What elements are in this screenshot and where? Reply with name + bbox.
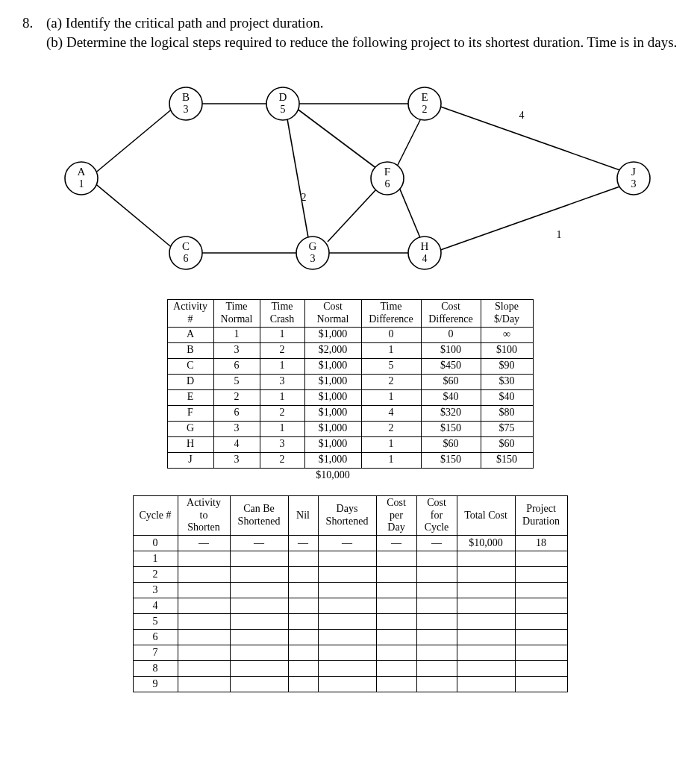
- cell: $320: [421, 405, 481, 421]
- question-text: (a) Identify the critical path and proje…: [46, 13, 678, 51]
- cell: 1: [361, 389, 421, 405]
- question-part-a: (a) Identify the critical path and proje…: [46, 13, 678, 33]
- cell: ∞: [481, 327, 533, 342]
- cell: 3: [213, 452, 260, 468]
- cell: 1: [361, 452, 421, 468]
- cell: [416, 598, 457, 614]
- table-header-row: Activity # Time Normal Time Crash Cost N…: [167, 300, 533, 328]
- table-row: 1: [133, 551, 567, 567]
- cell: [515, 677, 567, 692]
- cell: $150: [421, 452, 481, 468]
- cell: 4: [213, 436, 260, 452]
- cell: F: [167, 405, 213, 421]
- cell: A: [167, 327, 213, 342]
- cell: 2: [133, 567, 178, 583]
- cell: [318, 677, 376, 692]
- cell: [416, 614, 457, 630]
- node-d: D 5: [266, 87, 299, 120]
- cell: —: [288, 536, 318, 551]
- svg-text:2: 2: [422, 104, 428, 115]
- svg-text:1: 1: [79, 178, 84, 190]
- cell: [288, 614, 318, 630]
- cell: —: [376, 536, 416, 551]
- cell: [288, 645, 318, 661]
- cell: [230, 551, 288, 567]
- cell: [515, 661, 567, 677]
- cell: [178, 630, 230, 645]
- cell: $1,000: [304, 436, 361, 452]
- svg-line-4: [290, 104, 380, 171]
- cell: $60: [421, 374, 481, 389]
- edge-label-e-j: 4: [519, 110, 525, 121]
- col-project-duration: Project Duration: [515, 495, 567, 535]
- cell: 3: [213, 421, 260, 436]
- cell: [318, 583, 376, 598]
- cell: $1,000: [304, 389, 361, 405]
- col-cost-diff: Cost Difference: [421, 300, 481, 328]
- cell: 2: [361, 374, 421, 389]
- cell: $90: [481, 358, 533, 374]
- col-days-shortened: Days Shortened: [318, 495, 376, 535]
- cell: 18: [515, 536, 567, 551]
- col-activity-shorten: Activity to Shorten: [178, 495, 230, 535]
- cell: 1: [133, 551, 178, 567]
- cell: [515, 583, 567, 598]
- svg-text:3: 3: [310, 253, 316, 264]
- cell: $1,000: [304, 405, 361, 421]
- cell: [416, 551, 457, 567]
- cell: [457, 661, 515, 677]
- cell: [376, 583, 416, 598]
- cell: [230, 598, 288, 614]
- cell: $1,000: [304, 452, 361, 468]
- table-row: E21$1,0001$40$40: [167, 389, 533, 405]
- cell: B: [167, 342, 213, 358]
- cell: 8: [133, 661, 178, 677]
- cell: [376, 630, 416, 645]
- svg-line-10: [399, 186, 421, 239]
- svg-text:5: 5: [281, 104, 286, 115]
- edge-label-d-g: 2: [301, 192, 307, 203]
- cell: [178, 677, 230, 692]
- svg-line-9: [395, 119, 421, 171]
- cell: 9: [133, 677, 178, 692]
- cell: $80: [481, 405, 533, 421]
- cell: [416, 645, 457, 661]
- cell: C: [167, 358, 213, 374]
- page: 8. (a) Identify the critical path and pr…: [0, 0, 700, 764]
- cell: [288, 583, 318, 598]
- cell: $40: [481, 389, 533, 405]
- table-row: B32$2,0001$100$100: [167, 342, 533, 358]
- cell: [515, 645, 567, 661]
- svg-text:6: 6: [184, 253, 189, 264]
- cell: [178, 598, 230, 614]
- question-part-b: (b) Determine the logical steps required…: [46, 33, 678, 52]
- cell: 3: [133, 583, 178, 598]
- cell: 4: [133, 598, 178, 614]
- cell: 1: [260, 389, 304, 405]
- cell: [230, 567, 288, 583]
- node-f: F 6: [371, 162, 404, 195]
- cell: $10,000: [457, 536, 515, 551]
- cell: D: [167, 374, 213, 389]
- cell: [376, 551, 416, 567]
- cell: [416, 677, 457, 692]
- node-g: G 3: [296, 237, 329, 269]
- cell: 6: [213, 358, 260, 374]
- cell: 6: [133, 630, 178, 645]
- node-c: C 6: [169, 237, 202, 269]
- node-b: B 3: [169, 87, 202, 120]
- cell: [515, 551, 567, 567]
- cell: 4: [361, 405, 421, 421]
- cell: 7: [133, 645, 178, 661]
- cell: [288, 630, 318, 645]
- cell: [230, 677, 288, 692]
- cell: 1: [361, 436, 421, 452]
- cell: [288, 661, 318, 677]
- cell: —: [230, 536, 288, 551]
- table-row: 7: [133, 645, 567, 661]
- cell: 1: [260, 421, 304, 436]
- cell: $100: [421, 342, 481, 358]
- table-row: 5: [133, 614, 567, 630]
- cell: E: [167, 389, 213, 405]
- svg-text:J: J: [631, 166, 636, 178]
